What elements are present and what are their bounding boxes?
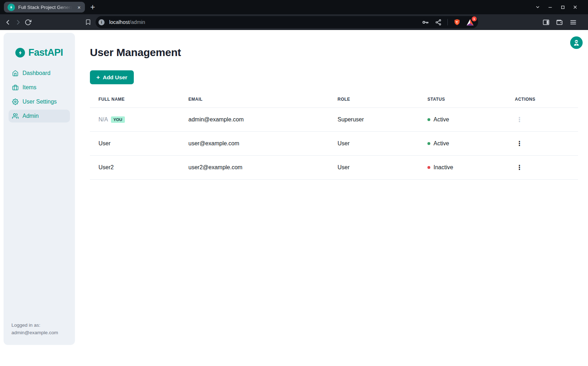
sidebar-item-admin[interactable]: Admin (9, 110, 70, 122)
add-user-label: Add User (103, 74, 127, 81)
cell-full-name: N/AYOU (90, 116, 180, 123)
logo-text: FastAPI (28, 47, 63, 58)
reload-icon[interactable] (23, 17, 33, 27)
users-table: FULL NAME EMAIL ROLE STATUS ACTIONS N/AY… (90, 91, 578, 180)
logged-in-email: admin@example.com (11, 329, 67, 337)
new-tab-button[interactable]: + (90, 3, 95, 11)
sidebar-item-items[interactable]: Items (9, 81, 70, 94)
cell-role: Superuser (329, 116, 419, 123)
fastapi-bolt-icon (15, 48, 25, 57)
share-icon[interactable] (435, 19, 442, 26)
sidebar-item-label: User Settings (22, 99, 57, 105)
col-header-status: STATUS (419, 97, 506, 102)
forward-icon (13, 17, 23, 27)
status-dot-red (427, 166, 430, 169)
cell-actions: ⋮ (506, 115, 578, 124)
table-row: User user@example.com User Active ⋮ (90, 132, 578, 156)
sidebar: FastAPI Dashboard Items User Settings (4, 33, 75, 345)
browser-tab[interactable]: Full Stack Project Genera × (4, 2, 85, 12)
row-actions-kebab-icon: ⋮ (515, 115, 524, 124)
col-header-email: EMAIL (180, 97, 329, 102)
home-icon (12, 70, 19, 76)
col-header-full-name: FULL NAME (90, 97, 180, 102)
cell-status: Active (419, 140, 506, 147)
cell-email: admin@example.com (180, 116, 329, 123)
plus-icon: + (96, 74, 100, 80)
sidebar-panel-icon[interactable] (542, 18, 550, 26)
cell-full-name: User2 (90, 164, 180, 171)
brave-shield-icon[interactable] (453, 19, 461, 26)
status-dot-green (427, 118, 430, 121)
tab-search-chevron-icon[interactable] (535, 4, 541, 10)
status-dot-green (427, 142, 430, 145)
fastapi-favicon-icon (7, 4, 15, 11)
back-icon[interactable] (3, 17, 13, 27)
url-host: localhost (109, 19, 130, 25)
browser-toolbar: i localhost/admin 1 (0, 14, 588, 30)
page-title: User Management (90, 46, 588, 59)
sidebar-item-label: Admin (22, 113, 39, 119)
cell-status: Active (419, 116, 506, 123)
cell-role: User (329, 164, 419, 171)
menu-hamburger-icon[interactable] (569, 18, 577, 26)
you-badge: YOU (111, 116, 125, 123)
col-header-role: ROLE (329, 97, 419, 102)
row-actions-kebab-icon[interactable]: ⋮ (515, 139, 524, 148)
site-info-icon[interactable]: i (98, 19, 105, 25)
users-icon (12, 113, 19, 119)
divider (447, 19, 448, 25)
sidebar-item-label: Dashboard (22, 70, 50, 76)
sidebar-item-dashboard[interactable]: Dashboard (9, 67, 70, 80)
gear-icon (12, 99, 19, 105)
cell-actions: ⋮ (506, 163, 578, 172)
main-panel: User Management + Add User FULL NAME EMA… (90, 30, 588, 366)
user-menu-avatar[interactable] (570, 36, 583, 49)
cell-role: User (329, 140, 419, 147)
brave-rewards-icon[interactable]: 1 (466, 19, 474, 26)
rewards-badge: 1 (472, 16, 477, 21)
url-text: localhost/admin (109, 19, 145, 25)
url-path: /admin (130, 19, 145, 25)
tab-title: Full Stack Project Genera (18, 5, 74, 10)
add-user-button[interactable]: + Add User (90, 70, 134, 84)
cell-email: user2@example.com (180, 164, 329, 171)
cell-status: Inactive (419, 164, 506, 171)
tab-close-icon[interactable]: × (77, 4, 81, 11)
maximize-icon[interactable] (560, 4, 566, 10)
table-header-row: FULL NAME EMAIL ROLE STATUS ACTIONS (90, 91, 578, 108)
minimize-icon[interactable] (547, 4, 553, 10)
user-astronaut-icon (573, 39, 580, 46)
table-row: N/AYOU admin@example.com Superuser Activ… (90, 108, 578, 132)
sidebar-item-label: Items (22, 84, 36, 91)
cell-full-name: User (90, 140, 180, 147)
tab-strip: Full Stack Project Genera × + (0, 0, 588, 14)
logged-in-info: Logged in as: admin@example.com (4, 322, 75, 345)
address-bar[interactable]: i localhost/admin 1 (96, 16, 478, 28)
wallet-icon[interactable] (555, 18, 564, 26)
logged-in-label: Logged in as: (11, 322, 67, 329)
sidebar-item-user-settings[interactable]: User Settings (9, 95, 70, 108)
page-content: FastAPI Dashboard Items User Settings (0, 30, 588, 366)
browser-window: Full Stack Project Genera × + (0, 0, 588, 366)
table-row: User2 user2@example.com User Inactive ⋮ (90, 156, 578, 180)
password-key-icon[interactable] (422, 19, 429, 26)
cell-actions: ⋮ (506, 139, 578, 148)
briefcase-icon (12, 84, 19, 91)
sidebar-nav: Dashboard Items User Settings Admin (4, 67, 75, 122)
close-window-icon[interactable] (572, 4, 578, 10)
row-actions-kebab-icon[interactable]: ⋮ (515, 163, 524, 172)
col-header-actions: ACTIONS (506, 97, 578, 102)
fastapi-logo[interactable]: FastAPI (4, 47, 75, 58)
cell-email: user@example.com (180, 140, 329, 147)
bookmark-icon[interactable] (85, 19, 91, 25)
